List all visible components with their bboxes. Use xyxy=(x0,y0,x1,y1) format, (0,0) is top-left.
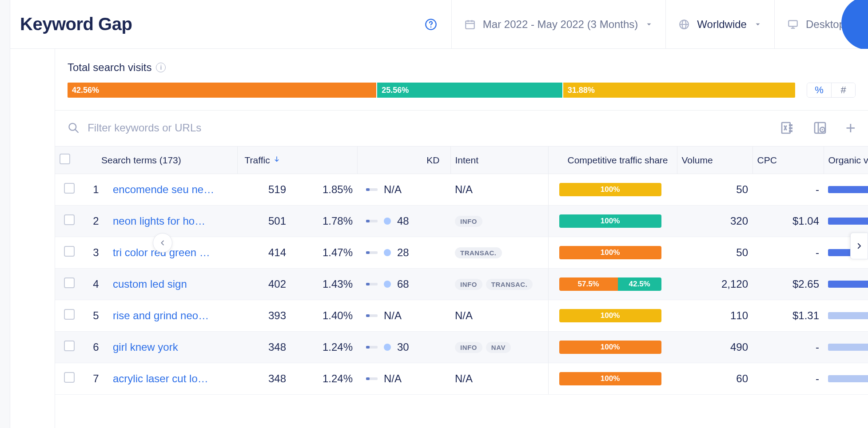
col-traffic-label: Traffic xyxy=(245,155,270,165)
kd-cell: N/A xyxy=(366,183,446,196)
traffic-value: 519 xyxy=(237,174,291,206)
kd-cell: 68 xyxy=(366,278,446,290)
scroll-right-button[interactable] xyxy=(850,233,868,259)
kd-dot-icon xyxy=(384,281,391,288)
toggle-percent[interactable]: % xyxy=(807,83,831,97)
kd-cell: 30 xyxy=(366,341,446,353)
row-checkbox[interactable] xyxy=(64,372,75,383)
select-all-checkbox[interactable] xyxy=(60,154,70,164)
share-bar: 100% xyxy=(559,341,661,354)
chevron-down-icon xyxy=(754,20,762,28)
share-segment: 57.5% xyxy=(559,277,618,291)
date-range-label: Mar 2022 - May 2022 (3 Months) xyxy=(483,18,638,31)
add-button[interactable]: + xyxy=(846,119,856,136)
columns-settings-icon[interactable] xyxy=(813,121,827,135)
volume-value: 50 xyxy=(677,174,753,206)
row-index: 3 xyxy=(84,237,108,269)
kd-mini-bar xyxy=(366,314,378,317)
keyword-link[interactable]: custom led sign xyxy=(113,278,233,290)
kd-cell: N/A xyxy=(366,373,446,385)
intent-pill: NAV xyxy=(486,342,511,353)
cpc-value: - xyxy=(753,237,824,269)
row-checkbox[interactable] xyxy=(64,183,75,194)
ovp-bar xyxy=(828,186,868,193)
share-bar: 100% xyxy=(559,214,661,228)
share-segment: 100% xyxy=(559,372,661,385)
col-volume[interactable]: Volume xyxy=(677,147,753,174)
row-index: 2 xyxy=(84,206,108,237)
ovp-bar xyxy=(828,312,868,319)
row-checkbox[interactable] xyxy=(64,246,75,257)
chevron-left-icon xyxy=(159,239,166,246)
kd-mini-bar xyxy=(366,251,378,254)
intent-pill: TRANSAC. xyxy=(486,279,533,290)
cpc-value: - xyxy=(753,363,824,395)
keyword-link[interactable]: tri color red green … xyxy=(113,246,233,259)
keyword-link[interactable]: rise and grind neo… xyxy=(113,309,233,322)
kd-value: 28 xyxy=(397,246,409,259)
intent-pill: INFO xyxy=(455,216,482,227)
traffic-value: 414 xyxy=(237,237,291,269)
col-kd[interactable]: KD xyxy=(357,147,450,174)
share-segment: 42.5% xyxy=(618,277,661,291)
share-bar: 100% xyxy=(559,183,661,196)
filter-row: + xyxy=(55,111,868,146)
traffic-value: 348 xyxy=(237,332,291,363)
table-row: 1encomende seu ne…5191.85%N/AN/A100%50- xyxy=(55,174,868,206)
col-traffic[interactable]: Traffic xyxy=(237,147,357,174)
info-icon[interactable]: i xyxy=(156,63,166,72)
table-row: 4custom led sign4021.43%68INFOTRANSAC.57… xyxy=(55,269,868,300)
row-index: 6 xyxy=(84,332,108,363)
kd-mini-bar xyxy=(366,377,378,380)
cpc-value: $1.04 xyxy=(753,206,824,237)
share-bar: 100% xyxy=(559,372,661,385)
region-selector[interactable]: Worldwide xyxy=(665,0,774,48)
col-ovp[interactable]: Organic vs Paid xyxy=(824,147,868,174)
row-checkbox[interactable] xyxy=(64,214,75,225)
svg-line-13 xyxy=(75,129,78,132)
search-icon xyxy=(68,122,80,134)
keyword-link[interactable]: encomende seu ne… xyxy=(113,183,233,196)
row-checkbox[interactable] xyxy=(64,277,75,288)
visits-toggle: % # xyxy=(807,83,856,98)
keyword-link[interactable]: neon lights for ho… xyxy=(113,215,233,227)
table-row: 6girl knew york3481.24%30INFONAV100%490- xyxy=(55,332,868,363)
ovp-bar xyxy=(828,344,868,351)
cpc-value: $1.31 xyxy=(753,300,824,332)
help-button[interactable] xyxy=(422,16,440,33)
row-checkbox[interactable] xyxy=(64,341,75,351)
col-search-terms[interactable]: Search terms (173) xyxy=(84,147,237,174)
desktop-icon xyxy=(787,19,799,30)
toggle-number[interactable]: # xyxy=(831,83,855,97)
row-index: 7 xyxy=(84,363,108,395)
table-header-row: Search terms (173) Traffic KD Intent Com… xyxy=(55,147,868,174)
intent-value: N/A xyxy=(450,300,548,332)
date-range-selector[interactable]: Mar 2022 - May 2022 (3 Months) xyxy=(451,0,666,48)
traffic-pct: 1.40% xyxy=(291,300,357,332)
kd-mini-bar xyxy=(366,188,378,191)
kd-mini-bar xyxy=(366,283,378,285)
keyword-link[interactable]: acrylic laser cut lo… xyxy=(113,373,233,385)
row-checkbox[interactable] xyxy=(64,309,75,320)
intent-pill: INFO xyxy=(455,279,482,290)
svg-rect-17 xyxy=(789,130,792,132)
kd-mini-bar xyxy=(366,346,378,349)
keyword-link[interactable]: girl knew york xyxy=(113,341,233,353)
kd-value: 48 xyxy=(397,215,409,227)
filter-input[interactable] xyxy=(88,122,772,134)
kd-dot-icon xyxy=(384,344,391,351)
volume-value: 490 xyxy=(677,332,753,363)
export-excel-icon[interactable] xyxy=(780,121,794,135)
share-bar: 100% xyxy=(559,246,661,259)
kd-value: 68 xyxy=(397,278,409,290)
col-share[interactable]: Competitive traffic share xyxy=(548,147,677,174)
col-intent[interactable]: Intent xyxy=(450,147,548,174)
share-segment: 100% xyxy=(559,214,661,228)
main-content: Total search visits i 42.56%25.56%31.88%… xyxy=(55,49,868,428)
svg-rect-15 xyxy=(789,124,792,126)
scroll-left-button[interactable] xyxy=(153,233,172,253)
ovp-bar xyxy=(828,375,868,382)
col-cpc[interactable]: CPC xyxy=(753,147,824,174)
traffic-pct: 1.47% xyxy=(291,237,357,269)
traffic-pct: 1.24% xyxy=(291,332,357,363)
